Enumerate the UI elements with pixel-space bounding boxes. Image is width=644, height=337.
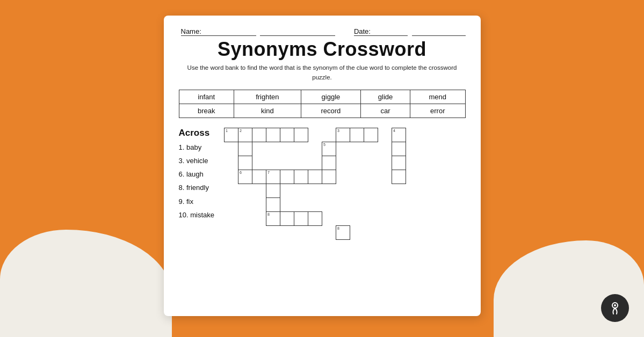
cell-r6c7-empty (308, 197, 322, 211)
cell-r1c11[interactable] (364, 128, 378, 142)
word-break: break (179, 104, 234, 118)
cell-r7c4[interactable]: 8 (266, 211, 280, 225)
cell-r5c12-empty (378, 184, 392, 197)
cell-r2c13[interactable] (392, 142, 406, 156)
cell-r4c10-empty (350, 170, 364, 184)
cell-r6c5-empty (280, 197, 294, 211)
clues-section: Across 1. baby 3. vehicle 6. laugh 8. fr… (179, 128, 215, 224)
grid-row-4: 6 7 (225, 170, 406, 184)
cell-r3c13[interactable] (392, 156, 406, 170)
cell-r3c10-empty (350, 156, 364, 170)
cloud-left-decoration (0, 230, 172, 337)
cell-r4c5[interactable] (280, 170, 294, 184)
cell-r8c8-empty (322, 225, 336, 239)
cell-r2c3-empty (252, 142, 266, 156)
cell-r4c3[interactable] (252, 170, 266, 184)
cell-r4c11-empty (364, 170, 378, 184)
cell-r5c2-empty (238, 184, 252, 197)
puzzle-area: Across 1. baby 3. vehicle 6. laugh 8. fr… (179, 128, 466, 240)
cell-r2c8[interactable]: 5 (322, 142, 336, 156)
cell-r3c4-empty (266, 156, 280, 170)
cell-r8c2-empty (238, 225, 252, 239)
cell-r6c6-empty (294, 197, 308, 211)
cell-r6c9-empty (336, 197, 350, 211)
cell-r2c2[interactable] (238, 142, 252, 156)
clue-10: 10. mistake (179, 210, 215, 220)
cell-r4c6[interactable] (294, 170, 308, 184)
name-field: Name: (179, 27, 336, 36)
cell-r1c5[interactable] (280, 128, 294, 142)
grid-table: 1 2 3 4 (224, 128, 406, 240)
cell-r7c13-empty (392, 211, 406, 225)
cell-r2c10-empty (350, 142, 364, 156)
grid-row-3 (225, 156, 406, 170)
cell-r5c7-empty (308, 184, 322, 197)
clue-9: 9. fix (179, 197, 215, 207)
cell-r3c12-empty (378, 156, 392, 170)
cell-r1c8-empty (322, 128, 336, 142)
grid-row-2: 5 (225, 142, 406, 156)
cell-r6c4[interactable] (266, 197, 280, 211)
cell-r3c1-empty (225, 156, 238, 170)
cell-r2c9-empty (336, 142, 350, 156)
cloud-right-decoration (494, 240, 644, 337)
cell-r7c5[interactable] (280, 211, 294, 225)
word-frighten: frighten (234, 90, 301, 104)
cell-r1c1[interactable]: 1 (225, 128, 238, 142)
cell-r1c6[interactable] (294, 128, 308, 142)
cell-r4c13[interactable] (392, 170, 406, 184)
cell-r8c5-empty (280, 225, 294, 239)
cell-r8c1-empty (225, 225, 238, 239)
cell-r8c3-empty (252, 225, 266, 239)
cell-r7c6[interactable] (294, 211, 308, 225)
cell-r6c8-empty (322, 197, 336, 211)
cell-r7c9-empty (336, 211, 350, 225)
cell-r8c9[interactable]: 8 (336, 225, 350, 239)
grid-row-5 (225, 184, 406, 197)
cell-r6c12-empty (378, 197, 392, 211)
cell-r7c7[interactable] (308, 211, 322, 225)
cell-r3c3-empty (252, 156, 266, 170)
cell-r4c4[interactable]: 7 (266, 170, 280, 184)
date-input-line[interactable] (412, 27, 466, 36)
clue-10-number: 10. (179, 211, 189, 219)
cell-r1c2[interactable]: 2 (238, 128, 252, 142)
cell-r7c2-empty (238, 211, 252, 225)
clue-8-word: friendly (186, 184, 209, 192)
cell-r8c10-empty (350, 225, 364, 239)
word-giggle: giggle (301, 90, 360, 104)
cell-r5c6-empty (294, 184, 308, 197)
cell-r2c5-empty (280, 142, 294, 156)
cell-r4c2[interactable]: 6 (238, 170, 252, 184)
cell-r5c3-empty (252, 184, 266, 197)
cell-r1c7-empty (308, 128, 322, 142)
header-row: Name: Date: (179, 27, 466, 36)
cell-r4c8[interactable] (322, 170, 336, 184)
word-bank-table: infant frighten giggle glide mend break … (179, 90, 466, 118)
cell-r3c8[interactable] (322, 156, 336, 170)
cell-r3c2[interactable] (238, 156, 252, 170)
cell-r1c9[interactable]: 3 (336, 128, 350, 142)
grid-row-1: 1 2 3 4 (225, 128, 406, 142)
cell-r5c5-empty (280, 184, 294, 197)
cell-r1c3[interactable] (252, 128, 266, 142)
teach-starter-logo (601, 294, 629, 322)
cell-r3c9-empty (336, 156, 350, 170)
cell-r1c10[interactable] (350, 128, 364, 142)
cell-r4c7[interactable] (308, 170, 322, 184)
grid-row-8: 8 (225, 225, 406, 239)
cell-r1c13[interactable]: 4 (392, 128, 406, 142)
word-error: error (410, 104, 465, 118)
clue-6-word: laugh (186, 170, 204, 178)
logo-svg (607, 300, 623, 316)
cell-r6c1-empty (225, 197, 238, 211)
name-input-line[interactable] (260, 27, 335, 36)
cell-r4c9-empty (336, 170, 350, 184)
cell-r5c4[interactable] (266, 184, 280, 197)
cell-r2c7-empty (308, 142, 322, 156)
cell-r6c2-empty (238, 197, 252, 211)
cell-r8c12-empty (378, 225, 392, 239)
cell-r4c1-empty (225, 170, 238, 184)
cell-r1c4[interactable] (266, 128, 280, 142)
svg-point-1 (614, 304, 616, 306)
